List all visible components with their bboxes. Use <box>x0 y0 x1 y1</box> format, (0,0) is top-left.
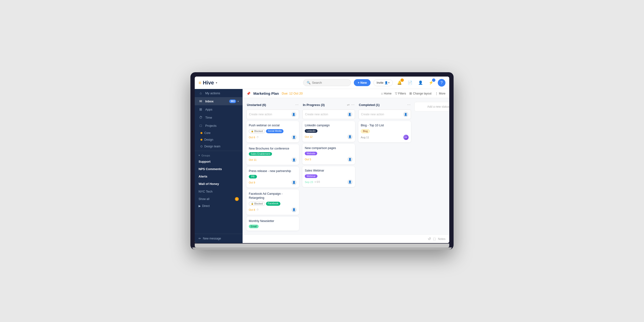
card-title: Press release - new partnership <box>249 169 297 174</box>
groups-chevron-icon: ▾ <box>198 154 200 157</box>
card-title: Monthly Newsletter <box>249 219 297 224</box>
tag-linkedin: Linkedin <box>305 129 318 133</box>
main-content: ⌂ My actions ✉ Inbox 993 ▾ ⊞ Apps ⏱ Time <box>195 89 449 243</box>
notes-icon[interactable]: □ <box>433 237 436 241</box>
bolt-button[interactable]: ⚡ <box>427 79 435 86</box>
task-count: ≡ 0/3 <box>314 180 320 183</box>
card-tags: Email <box>249 225 297 228</box>
laptop-bottom <box>195 244 449 247</box>
sidebar-divider <box>195 151 242 151</box>
home-icon: ⌂ <box>198 91 203 95</box>
search-input[interactable] <box>312 81 346 84</box>
pin-icon: 📌 <box>246 92 250 96</box>
kanban-board: Unstarted (6) ⋯ Create new action 👤 Push… <box>242 98 449 234</box>
bolt-badge <box>432 78 436 82</box>
sidebar-item-time[interactable]: ⏱ Time <box>195 114 242 122</box>
card-press-release[interactable]: Press release - new partnership PR Oct 9… <box>246 167 299 188</box>
sidebar-item-design-team[interactable]: Design team <box>195 143 242 150</box>
card-user-icon: 👤 <box>347 180 352 185</box>
more-action[interactable]: ⋮ More <box>435 92 446 95</box>
sidebar-item-my-actions[interactable]: ⌂ My actions <box>195 89 242 97</box>
column-completed: Completed (1) ⋯ Create new action 👤 Blog… <box>358 102 411 142</box>
search-bar[interactable]: 🔍 <box>303 79 351 86</box>
card-title: Linkedin campaign <box>305 124 352 128</box>
tag-blocked: 🔒 Blocked <box>249 202 265 206</box>
search-icon: 🔍 <box>307 81 310 84</box>
add-status-button[interactable]: Add a new status <box>414 102 449 112</box>
column-arrow-icon: ⇌ <box>347 103 350 107</box>
hive-logo-icon: ≡ <box>198 80 202 85</box>
column-in-progress: In Progress (3) ⇌ ⋯ Create new action 👤 <box>302 102 355 187</box>
invite-plus-icon: 👤+ <box>384 81 390 84</box>
create-action-in-progress[interactable]: Create new action 👤 <box>302 110 355 119</box>
project-title: Marketing Plan <box>253 92 279 96</box>
avatar-button[interactable]: 👤 <box>417 79 424 86</box>
create-action-completed[interactable]: Create new action 👤 <box>358 110 411 119</box>
user-avatar-icon: 👤 <box>418 80 423 85</box>
design-team-label: Design team <box>204 145 220 148</box>
sidebar-item-projects[interactable]: □ Projects <box>195 122 242 130</box>
card-footer: Oct 5 👤 <box>305 157 352 162</box>
card-user-icon: 👤 <box>292 207 297 212</box>
card-new-brochures[interactable]: New Brochures for conference Sales Enabl… <box>246 144 299 165</box>
help-button[interactable]: ? <box>438 79 446 86</box>
card-sales-webinar[interactable]: Sales Webinar Webinar Sep 23 ≡ 0/3 👤 <box>302 166 355 187</box>
bottom-bar: ↺ □ Notes <box>242 234 449 243</box>
sidebar-item-direct[interactable]: ▶ Direct <box>195 203 242 209</box>
tag-social-media: Social Media <box>266 129 284 133</box>
filters-action[interactable]: ▽ Filters <box>395 92 406 95</box>
card-facebook-ad[interactable]: Facebook Ad Campaign - Retargeting 🔒 Blo… <box>246 190 299 215</box>
sidebar-item-nps-comments[interactable]: NPS Comments <box>195 165 242 173</box>
column-title-completed: Completed (1) <box>359 103 380 107</box>
nyc-tech-label: NYC Tech <box>198 190 212 193</box>
card-title: Facebook Ad Campaign - Retargeting <box>249 192 297 200</box>
card-linkedin-campaign[interactable]: Linkedin campaign Linkedin Oct 12 👤 <box>302 121 355 142</box>
sidebar-groups-header[interactable]: ▾ Groups <box>195 152 242 158</box>
clock-icon: ⏱ <box>256 208 259 211</box>
apps-icon: ⊞ <box>198 108 203 111</box>
card-blog-top10[interactable]: Blog - Top 10 List Blog Aug 11 AK <box>358 121 411 142</box>
column-header-completed: Completed (1) ⋯ <box>358 102 411 108</box>
change-layout-action[interactable]: ⊞ Change layout <box>409 92 431 95</box>
sidebar-item-wall-of-honey[interactable]: Wall of Honey <box>195 180 242 188</box>
create-action-placeholder-completed: Create new action <box>361 113 384 116</box>
history-icon[interactable]: ↺ <box>428 236 431 241</box>
card-footer: Oct 6 ⏱ 👤 <box>249 135 297 140</box>
new-button[interactable]: + New <box>354 79 370 86</box>
pencil-icon: ✏ <box>198 237 201 240</box>
design-team-dot-icon <box>200 146 202 147</box>
sidebar-item-inbox[interactable]: ✉ Inbox 993 ▾ <box>195 97 242 105</box>
column-header-unstarted: Unstarted (6) ⋯ <box>246 102 299 108</box>
notifications-button[interactable]: 🔔 <box>396 79 403 86</box>
logo[interactable]: ≡ Hive ▾ <box>198 80 217 86</box>
docs-icon: 📄 <box>408 80 412 85</box>
sidebar-item-support[interactable]: Support <box>195 158 242 165</box>
sidebar-show-all[interactable]: Show all 1 <box>195 196 242 203</box>
card-push-webinar[interactable]: Push webinar on social 🔒 Blocked Social … <box>246 121 299 142</box>
sidebar-item-apps[interactable]: ⊞ Apps <box>195 105 242 114</box>
column-menu-icon-unstarted[interactable]: ⋯ <box>295 103 298 107</box>
card-tags: Linkedin <box>305 129 352 133</box>
my-actions-label: My actions <box>205 92 220 95</box>
sidebar-item-design[interactable]: Design <box>195 136 242 143</box>
sidebar-item-alerts[interactable]: Alerts <box>195 173 242 180</box>
create-action-placeholder-in-progress: Create new action <box>305 113 328 116</box>
column-title-unstarted: Unstarted (6) <box>247 103 266 107</box>
card-monthly-newsletter[interactable]: Monthly Newsletter Email <box>246 217 299 231</box>
invite-button[interactable]: Invite 👤+ <box>374 80 393 86</box>
card-tags: Webinar <box>305 174 352 178</box>
home-action[interactable]: ⌂ Home <box>381 92 392 95</box>
new-message-button[interactable]: ✏ New message <box>198 237 239 240</box>
card-new-comparison[interactable]: New comparison pages Website Oct 5 👤 <box>302 144 355 164</box>
inbox-icon: ✉ <box>198 99 203 103</box>
column-menu-icon-in-progress[interactable]: ⋯ <box>351 103 354 107</box>
laptop-frame: ≡ Hive ▾ 🔍 + New Invite 👤+ 🔔 📄 <box>190 72 454 250</box>
tag-email: Email <box>249 225 258 228</box>
sidebar-item-nyc-tech[interactable]: NYC Tech <box>195 188 242 196</box>
docs-button[interactable]: 📄 <box>406 79 414 86</box>
direct-label: Direct <box>202 204 210 208</box>
column-menu-icon-completed[interactable]: ⋯ <box>407 103 410 107</box>
card-user-icon: 👤 <box>347 134 352 140</box>
create-action-unstarted[interactable]: Create new action 👤 <box>246 110 299 119</box>
sidebar-item-core[interactable]: Core <box>195 130 242 136</box>
